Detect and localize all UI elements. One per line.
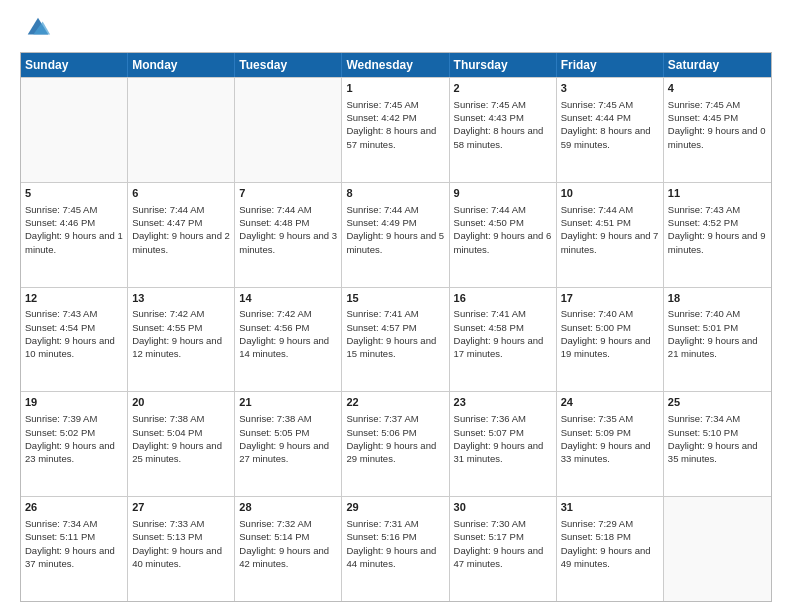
calendar-cell: 10Sunrise: 7:44 AM Sunset: 4:51 PM Dayli… [557,183,664,287]
calendar-cell: 3Sunrise: 7:45 AM Sunset: 4:44 PM Daylig… [557,78,664,182]
cell-date: 10 [561,186,659,201]
calendar-cell: 21Sunrise: 7:38 AM Sunset: 5:05 PM Dayli… [235,392,342,496]
cell-date: 17 [561,291,659,306]
cell-info: Sunrise: 7:44 AM Sunset: 4:48 PM Dayligh… [239,203,337,256]
calendar-cell: 23Sunrise: 7:36 AM Sunset: 5:07 PM Dayli… [450,392,557,496]
calendar-row: 26Sunrise: 7:34 AM Sunset: 5:11 PM Dayli… [21,496,771,601]
cell-info: Sunrise: 7:45 AM Sunset: 4:45 PM Dayligh… [668,98,767,151]
calendar-cell: 31Sunrise: 7:29 AM Sunset: 5:18 PM Dayli… [557,497,664,601]
cell-info: Sunrise: 7:39 AM Sunset: 5:02 PM Dayligh… [25,412,123,465]
page: SundayMondayTuesdayWednesdayThursdayFrid… [0,0,792,612]
cell-info: Sunrise: 7:45 AM Sunset: 4:46 PM Dayligh… [25,203,123,256]
cell-info: Sunrise: 7:41 AM Sunset: 4:57 PM Dayligh… [346,307,444,360]
cell-date: 29 [346,500,444,515]
calendar-cell: 29Sunrise: 7:31 AM Sunset: 5:16 PM Dayli… [342,497,449,601]
calendar-cell: 20Sunrise: 7:38 AM Sunset: 5:04 PM Dayli… [128,392,235,496]
cell-info: Sunrise: 7:33 AM Sunset: 5:13 PM Dayligh… [132,517,230,570]
cell-date: 24 [561,395,659,410]
calendar-cell: 28Sunrise: 7:32 AM Sunset: 5:14 PM Dayli… [235,497,342,601]
cell-date: 7 [239,186,337,201]
cell-info: Sunrise: 7:31 AM Sunset: 5:16 PM Dayligh… [346,517,444,570]
weekday-header: Wednesday [342,53,449,77]
cell-date: 11 [668,186,767,201]
calendar-cell: 12Sunrise: 7:43 AM Sunset: 4:54 PM Dayli… [21,288,128,392]
calendar-cell: 30Sunrise: 7:30 AM Sunset: 5:17 PM Dayli… [450,497,557,601]
cell-date: 28 [239,500,337,515]
cell-date: 31 [561,500,659,515]
cell-info: Sunrise: 7:45 AM Sunset: 4:44 PM Dayligh… [561,98,659,151]
cell-info: Sunrise: 7:29 AM Sunset: 5:18 PM Dayligh… [561,517,659,570]
weekday-header: Friday [557,53,664,77]
cell-date: 26 [25,500,123,515]
calendar: SundayMondayTuesdayWednesdayThursdayFrid… [20,52,772,602]
calendar-cell: 26Sunrise: 7:34 AM Sunset: 5:11 PM Dayli… [21,497,128,601]
cell-date: 3 [561,81,659,96]
cell-date: 22 [346,395,444,410]
calendar-row: 19Sunrise: 7:39 AM Sunset: 5:02 PM Dayli… [21,391,771,496]
calendar-cell: 25Sunrise: 7:34 AM Sunset: 5:10 PM Dayli… [664,392,771,496]
cell-date: 9 [454,186,552,201]
cell-date: 5 [25,186,123,201]
calendar-cell [235,78,342,182]
cell-info: Sunrise: 7:34 AM Sunset: 5:11 PM Dayligh… [25,517,123,570]
cell-info: Sunrise: 7:34 AM Sunset: 5:10 PM Dayligh… [668,412,767,465]
weekday-header: Monday [128,53,235,77]
cell-info: Sunrise: 7:38 AM Sunset: 5:04 PM Dayligh… [132,412,230,465]
calendar-cell [21,78,128,182]
cell-date: 14 [239,291,337,306]
cell-info: Sunrise: 7:44 AM Sunset: 4:50 PM Dayligh… [454,203,552,256]
cell-info: Sunrise: 7:45 AM Sunset: 4:43 PM Dayligh… [454,98,552,151]
cell-date: 2 [454,81,552,96]
calendar-header-row: SundayMondayTuesdayWednesdayThursdayFrid… [21,53,771,77]
calendar-cell [664,497,771,601]
cell-date: 12 [25,291,123,306]
calendar-cell: 8Sunrise: 7:44 AM Sunset: 4:49 PM Daylig… [342,183,449,287]
cell-info: Sunrise: 7:43 AM Sunset: 4:54 PM Dayligh… [25,307,123,360]
calendar-row: 1Sunrise: 7:45 AM Sunset: 4:42 PM Daylig… [21,77,771,182]
cell-date: 23 [454,395,552,410]
calendar-cell: 16Sunrise: 7:41 AM Sunset: 4:58 PM Dayli… [450,288,557,392]
cell-date: 1 [346,81,444,96]
cell-date: 19 [25,395,123,410]
cell-date: 21 [239,395,337,410]
calendar-cell: 1Sunrise: 7:45 AM Sunset: 4:42 PM Daylig… [342,78,449,182]
cell-info: Sunrise: 7:37 AM Sunset: 5:06 PM Dayligh… [346,412,444,465]
cell-info: Sunrise: 7:43 AM Sunset: 4:52 PM Dayligh… [668,203,767,256]
header [20,18,772,42]
calendar-cell: 14Sunrise: 7:42 AM Sunset: 4:56 PM Dayli… [235,288,342,392]
logo [20,18,52,42]
cell-date: 16 [454,291,552,306]
calendar-cell: 27Sunrise: 7:33 AM Sunset: 5:13 PM Dayli… [128,497,235,601]
cell-date: 30 [454,500,552,515]
calendar-cell: 18Sunrise: 7:40 AM Sunset: 5:01 PM Dayli… [664,288,771,392]
weekday-header: Thursday [450,53,557,77]
calendar-cell: 13Sunrise: 7:42 AM Sunset: 4:55 PM Dayli… [128,288,235,392]
cell-date: 20 [132,395,230,410]
calendar-body: 1Sunrise: 7:45 AM Sunset: 4:42 PM Daylig… [21,77,771,601]
cell-info: Sunrise: 7:32 AM Sunset: 5:14 PM Dayligh… [239,517,337,570]
cell-info: Sunrise: 7:42 AM Sunset: 4:56 PM Dayligh… [239,307,337,360]
cell-info: Sunrise: 7:30 AM Sunset: 5:17 PM Dayligh… [454,517,552,570]
calendar-cell: 2Sunrise: 7:45 AM Sunset: 4:43 PM Daylig… [450,78,557,182]
calendar-cell [128,78,235,182]
cell-date: 15 [346,291,444,306]
calendar-row: 12Sunrise: 7:43 AM Sunset: 4:54 PM Dayli… [21,287,771,392]
cell-date: 6 [132,186,230,201]
calendar-cell: 7Sunrise: 7:44 AM Sunset: 4:48 PM Daylig… [235,183,342,287]
cell-info: Sunrise: 7:45 AM Sunset: 4:42 PM Dayligh… [346,98,444,151]
cell-info: Sunrise: 7:35 AM Sunset: 5:09 PM Dayligh… [561,412,659,465]
weekday-header: Saturday [664,53,771,77]
calendar-cell: 24Sunrise: 7:35 AM Sunset: 5:09 PM Dayli… [557,392,664,496]
cell-date: 27 [132,500,230,515]
calendar-cell: 19Sunrise: 7:39 AM Sunset: 5:02 PM Dayli… [21,392,128,496]
cell-info: Sunrise: 7:36 AM Sunset: 5:07 PM Dayligh… [454,412,552,465]
calendar-cell: 17Sunrise: 7:40 AM Sunset: 5:00 PM Dayli… [557,288,664,392]
cell-info: Sunrise: 7:42 AM Sunset: 4:55 PM Dayligh… [132,307,230,360]
calendar-cell: 6Sunrise: 7:44 AM Sunset: 4:47 PM Daylig… [128,183,235,287]
cell-info: Sunrise: 7:41 AM Sunset: 4:58 PM Dayligh… [454,307,552,360]
calendar-cell: 11Sunrise: 7:43 AM Sunset: 4:52 PM Dayli… [664,183,771,287]
calendar-cell: 5Sunrise: 7:45 AM Sunset: 4:46 PM Daylig… [21,183,128,287]
cell-info: Sunrise: 7:38 AM Sunset: 5:05 PM Dayligh… [239,412,337,465]
calendar-cell: 9Sunrise: 7:44 AM Sunset: 4:50 PM Daylig… [450,183,557,287]
weekday-header: Tuesday [235,53,342,77]
